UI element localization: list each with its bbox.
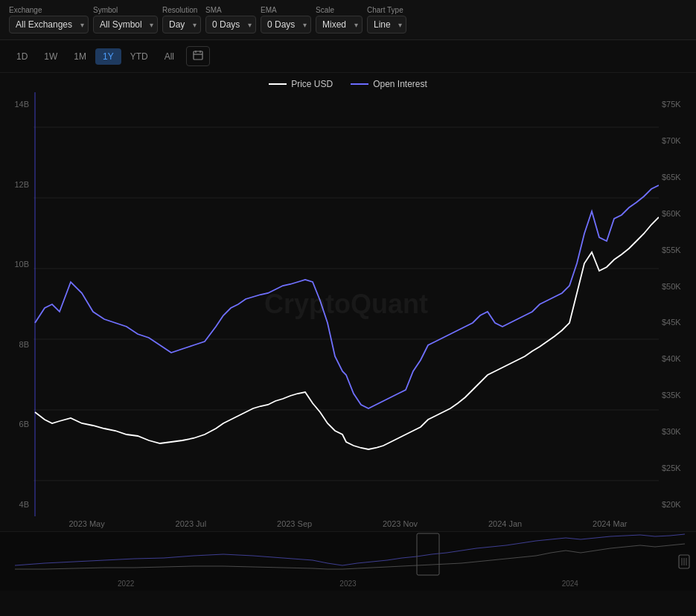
y-right-25k: $25K: [659, 463, 696, 472]
mini-chart: 2022 2023 2024: [0, 531, 696, 591]
symbol-select-wrapper[interactable]: All Symbol: [93, 16, 158, 33]
charttype-label: Chart Type: [367, 6, 406, 14]
y-left-8b: 8B: [0, 340, 33, 349]
y-axis-left: 14B 12B 10B 8B 6B 4B: [0, 92, 33, 516]
time-btn-all[interactable]: All: [157, 48, 182, 65]
x-label-jul: 2023 Jul: [176, 519, 207, 531]
toolbar: Exchange All Exchanges Symbol All Symbol…: [0, 0, 696, 40]
symbol-label: Symbol: [93, 6, 158, 14]
calendar-icon: [193, 50, 203, 60]
mini-chart-handle-right[interactable]: [678, 554, 690, 569]
legend-oi-line: [351, 83, 368, 85]
charttype-select[interactable]: Line: [367, 16, 406, 33]
mini-x-labels: 2022 2023 2024: [0, 580, 696, 588]
y-right-55k: $55K: [659, 246, 696, 254]
x-label-mar: 2024 Mar: [593, 519, 627, 531]
chart-svg-container: CryptoQuant: [33, 92, 659, 516]
y-left-6b: 6B: [0, 420, 33, 429]
y-left-10b: 10B: [0, 260, 33, 269]
calendar-button[interactable]: [186, 46, 210, 66]
y-right-45k: $45K: [659, 318, 696, 327]
y-left-4b: 4B: [0, 500, 33, 509]
mini-chart-svg: [0, 532, 696, 577]
time-btn-1d[interactable]: 1D: [9, 48, 35, 65]
x-axis: 2023 May 2023 Jul 2023 Sep 2023 Nov 2024…: [0, 516, 696, 531]
y-right-75k: $75K: [659, 100, 696, 109]
main-chart-svg: [33, 92, 659, 516]
resolution-group: Resolution Day: [162, 6, 201, 33]
exchange-select-wrapper[interactable]: All Exchanges: [9, 16, 89, 33]
y-right-30k: $30K: [659, 427, 696, 436]
mini-chart-inner: 2022 2023 2024: [0, 532, 696, 591]
y-right-50k: $50K: [659, 282, 696, 291]
mini-label-2023: 2023: [339, 580, 356, 588]
exchange-group: Exchange All Exchanges: [9, 6, 89, 33]
y-right-60k: $60K: [659, 209, 696, 218]
time-btn-1m[interactable]: 1M: [66, 48, 94, 65]
x-label-may: 2023 May: [68, 519, 104, 531]
sma-label: SMA: [205, 6, 256, 14]
time-btn-1w[interactable]: 1W: [36, 48, 65, 65]
ema-label: EMA: [261, 6, 311, 14]
legend-oi-label: Open Interest: [373, 79, 427, 89]
svg-rect-11: [417, 533, 439, 575]
scale-select[interactable]: Mixed: [316, 16, 363, 33]
symbol-select[interactable]: All Symbol: [93, 16, 158, 33]
y-left-14b: 14B: [0, 100, 33, 109]
oi-line: [35, 185, 659, 408]
legend-price-line: [269, 83, 287, 85]
sma-select[interactable]: 0 Days: [205, 16, 256, 33]
y-axis-right: $75K $70K $65K $60K $55K $50K $45K $40K …: [659, 92, 696, 516]
mini-label-2022: 2022: [118, 580, 134, 588]
exchange-label: Exchange: [9, 6, 89, 14]
legend-oi: Open Interest: [351, 79, 427, 89]
svg-rect-0: [194, 51, 202, 60]
chart-legend: Price USD Open Interest: [0, 73, 696, 92]
ema-select-wrapper[interactable]: 0 Days: [261, 16, 311, 33]
x-label-nov: 2023 Nov: [383, 519, 418, 531]
time-buttons-bar: 1D 1W 1M 1Y YTD All: [0, 40, 696, 73]
resolution-select-wrapper[interactable]: Day: [162, 16, 201, 33]
y-right-40k: $40K: [659, 354, 696, 363]
scale-select-wrapper[interactable]: Mixed: [316, 16, 363, 33]
y-right-65k: $65K: [659, 173, 696, 182]
scale-group: Scale Mixed: [316, 6, 363, 33]
x-label-jan: 2024 Jan: [488, 519, 522, 531]
mini-label-2024: 2024: [562, 580, 578, 588]
legend-price-label: Price USD: [291, 79, 333, 89]
chart-wrapper: 14B 12B 10B 8B 6B 4B $75K $70K $65K $60K…: [0, 92, 696, 516]
y-right-70k: $70K: [659, 136, 696, 145]
legend-price: Price USD: [269, 79, 333, 89]
sma-select-wrapper[interactable]: 0 Days: [205, 16, 256, 33]
y-left-12b: 12B: [0, 180, 33, 189]
resolution-select[interactable]: Day: [162, 16, 201, 33]
exchange-select[interactable]: All Exchanges: [9, 16, 89, 33]
time-btn-ytd[interactable]: YTD: [123, 48, 156, 65]
charttype-select-wrapper[interactable]: Line: [367, 16, 406, 33]
charttype-group: Chart Type Line: [367, 6, 406, 33]
scale-label: Scale: [316, 6, 363, 14]
sma-group: SMA 0 Days: [205, 6, 256, 33]
x-label-sep: 2023 Sep: [277, 519, 312, 531]
price-line: [35, 217, 659, 449]
resolution-label: Resolution: [162, 6, 201, 14]
symbol-group: Symbol All Symbol: [93, 6, 158, 33]
time-btn-1y[interactable]: 1Y: [95, 48, 121, 65]
y-right-20k: $20K: [659, 500, 696, 509]
y-right-35k: $35K: [659, 391, 696, 400]
ema-select[interactable]: 0 Days: [261, 16, 311, 33]
ema-group: EMA 0 Days: [261, 6, 311, 33]
